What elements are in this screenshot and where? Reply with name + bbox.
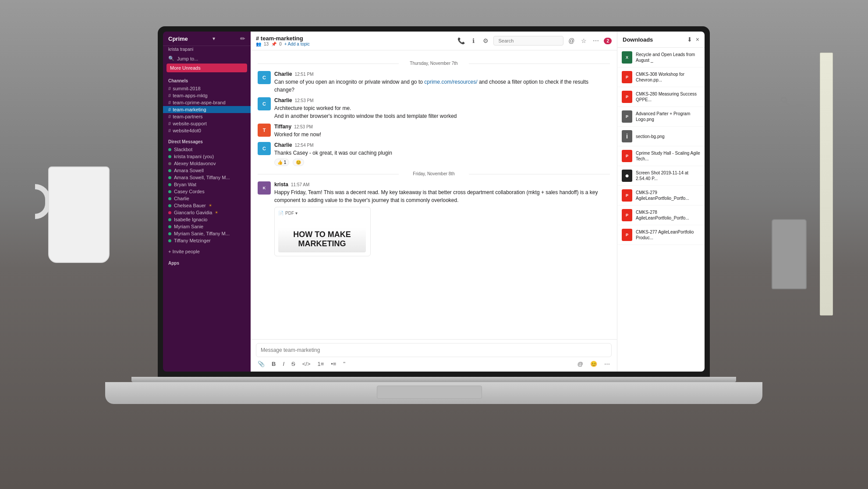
pdf-type-label: PDF ▾ (285, 211, 298, 216)
download-sort-icon[interactable]: ⬇ (687, 36, 692, 43)
info-icon[interactable]: ℹ (469, 36, 478, 45)
file-icon-bg: i (622, 130, 632, 142)
dm-myriam-tiffany[interactable]: Myriam Sanie, Tiffany M... (163, 230, 251, 237)
dm-bryan[interactable]: Bryan Wat (163, 181, 251, 188)
italic-button[interactable]: I (281, 360, 286, 368)
sender-name: Charlie (274, 97, 292, 103)
sender-name: krista (274, 181, 288, 188)
downloads-header: Downloads ⬇ × (617, 32, 705, 48)
dm-myriam[interactable]: Myriam Sanie (163, 223, 251, 230)
download-item-9[interactable]: P CMKS-278 AgileLeanPortfolio_Portfo... (617, 206, 705, 225)
attach-button[interactable]: 📎 (256, 360, 266, 368)
strikethrough-button[interactable]: S (290, 360, 297, 368)
close-downloads-button[interactable]: × (696, 36, 699, 43)
workspace-header[interactable]: Cprime ▾ ✏ (163, 32, 251, 46)
dm-alexey[interactable]: Alexey Moldavonov (163, 160, 251, 167)
quote-button[interactable]: " (341, 360, 347, 368)
dm-charlie[interactable]: Charlie (163, 195, 251, 202)
trackpad[interactable] (377, 386, 482, 399)
download-item-6[interactable]: P Cprime Study Hall - Scaling Agile Tech… (617, 146, 705, 166)
channel-team-partners[interactable]: # team-partners (163, 113, 251, 120)
status-indicator (168, 169, 171, 172)
download-item-4[interactable]: P Advanced Parter + Program Logo.png (617, 107, 705, 127)
download-item-10[interactable]: P CMKS-277 AgileLeanPortfolio Produc... (617, 225, 705, 245)
mention-button[interactable]: @ (576, 360, 585, 368)
channel-website-support[interactable]: # website-support (163, 120, 251, 127)
message-charlie-2: C Charlie 12:53 PM Architecture topic wo… (258, 97, 610, 120)
status-indicator (168, 225, 171, 228)
message-text: Happy Friday, Team! This was a decent re… (274, 188, 610, 204)
at-icon[interactable]: @ (567, 36, 576, 45)
pin-count: 0 (279, 42, 282, 46)
dm-name: Isabelle Ignacio (174, 217, 207, 222)
message-header: Charlie 12:53 PM (274, 97, 610, 103)
download-item-1[interactable]: X Recycle and Open Leads from August _ (617, 48, 705, 67)
dm-isabelle[interactable]: Isabelle Ignacio (163, 216, 251, 223)
gear-icon[interactable]: ⚙ (481, 36, 490, 45)
away-icon: ☀ (215, 210, 218, 215)
dm-name: Myriam Sanie (174, 224, 203, 229)
call-icon[interactable]: 📞 (457, 36, 465, 45)
dm-slackbot[interactable]: Slackbot (163, 146, 251, 153)
download-item-5[interactable]: i section-bg.png (617, 127, 705, 146)
pdf-attachment[interactable]: 📄 PDF ▾ HOW TO MAKEMARKETING (274, 207, 371, 256)
file-icon-xlsx: X (622, 51, 632, 64)
channel-team-apps-mktg[interactable]: # team-apps-mktg (163, 92, 251, 99)
jump-to-button[interactable]: 🔍 Jump to... (163, 54, 251, 63)
more-unreads-button[interactable]: More Unreads (167, 64, 247, 72)
avatar-charlie: C (258, 71, 271, 84)
reaction-thumbsup[interactable]: 👍 1 (274, 159, 289, 166)
dm-amara[interactable]: Amara Sowell (163, 167, 251, 174)
laptop-screen: Cprime ▾ ✏ krista trapani 🔍 Jump to... M… (163, 32, 705, 372)
ruler (820, 53, 833, 315)
dm-giancarlo[interactable]: Giancarlo Gavidia ☀ (163, 209, 251, 216)
dm-chelsea[interactable]: Chelsea Bauer ☀ (163, 202, 251, 209)
main-chat-area: # team-marketing 👥 13 📌 0 + Add a topic (251, 32, 617, 372)
file-icon-png: P (622, 110, 632, 123)
avatar-charlie: C (258, 142, 271, 155)
cprime-link[interactable]: cprime.com/resources/ (424, 79, 477, 85)
compose-icon[interactable]: ✏ (240, 35, 245, 42)
download-item-7[interactable]: ● Screen Shot 2019-11-14 at 2.54.40 P... (617, 166, 705, 186)
dm-name: Alexey Moldavonov (174, 161, 216, 166)
search-input[interactable] (493, 36, 563, 46)
message-text: Thanks Casey - ok great, it was our cach… (274, 149, 610, 157)
add-topic-link[interactable]: + Add a topic (284, 42, 310, 46)
channel-name: team-marketing (173, 107, 206, 112)
message-input[interactable] (256, 343, 612, 357)
dm-amara-tiffany[interactable]: Amara Sowell, Tiffany M... (163, 174, 251, 181)
dm-tiffany[interactable]: Tiffany Metzinger (163, 237, 251, 244)
channel-team-marketing[interactable]: # team-marketing (163, 106, 251, 113)
file-name: CMKS-278 AgileLeanPortfolio_Portfo... (636, 209, 700, 221)
file-name: CMKS-280 Measuring Success QPPE... (636, 91, 700, 103)
download-item-3[interactable]: P CMKS-280 Measuring Success QPPE... (617, 87, 705, 107)
invite-people-button[interactable]: + Invite people (163, 248, 251, 255)
download-item-2[interactable]: P CMKS-308 Workshop for Chevron.pp... (617, 67, 705, 87)
message-charlie-3: C Charlie 12:54 PM Thanks Casey - ok gre… (258, 142, 610, 166)
workspace-user: krista trapani (163, 46, 251, 54)
bulleted-list-button[interactable]: •≡ (329, 360, 338, 368)
hash-icon: # (168, 114, 171, 119)
more-icon[interactable]: ⋯ (592, 36, 600, 45)
star-icon[interactable]: ☆ (579, 36, 588, 45)
numbered-list-button[interactable]: 1≡ (315, 360, 326, 368)
apps-header: Apps (163, 255, 251, 267)
file-icon-img: ● (622, 170, 632, 182)
reaction-emoji[interactable]: 😊 (293, 159, 304, 166)
code-button[interactable]: </> (301, 360, 312, 368)
reactions-row: 👍 1 😊 (274, 157, 610, 166)
channel-team-cprime-aspe-brand[interactable]: # team-cprime-aspe-brand (163, 99, 251, 106)
more-formats-button[interactable]: ⋯ (602, 360, 612, 368)
channel-website4dot0[interactable]: # website4dot0 (163, 127, 251, 134)
dm-header: Direct Messages (163, 134, 251, 146)
emoji-button[interactable]: 😊 (588, 360, 599, 368)
bold-button[interactable]: B (270, 360, 277, 368)
message-content: Charlie 12:51 PM Can some of you open an… (274, 71, 610, 94)
channel-summit-2018[interactable]: # summit-2018 (163, 85, 251, 92)
dm-krista[interactable]: krista trapani (you) (163, 153, 251, 160)
dm-casey[interactable]: Casey Cordes (163, 188, 251, 195)
avatar-krista: K (258, 181, 271, 195)
download-item-8[interactable]: P CMKS-279 AgileLeanPortfolio_Portfo... (617, 186, 705, 206)
message-content: krista 11:57 AM Happy Friday, Team! This… (274, 181, 610, 256)
pen-holder-body (772, 219, 807, 289)
